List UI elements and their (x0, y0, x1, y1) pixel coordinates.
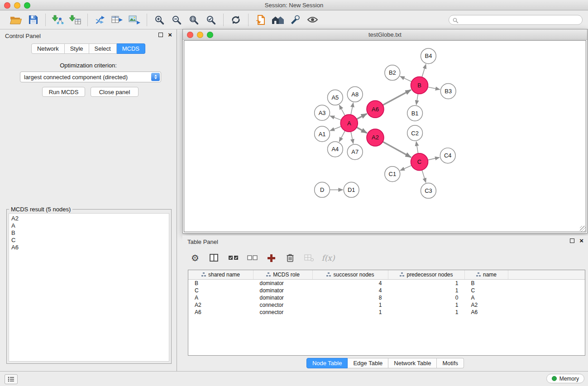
open-session-button[interactable] (253, 13, 268, 27)
graph-edge-B-B1[interactable] (416, 94, 418, 105)
graph-edge-B-B3[interactable] (428, 87, 440, 89)
table-row[interactable]: Cdominator41C (188, 287, 585, 294)
graph-node-A1[interactable]: A1 (315, 126, 330, 142)
control-tab-select[interactable]: Select (89, 43, 117, 54)
table-row[interactable]: Adominator80A (188, 294, 585, 301)
graph-edge-A-A1[interactable] (330, 126, 341, 131)
graph-edge-B-B4[interactable] (422, 64, 426, 77)
mcds-result-item[interactable]: C (11, 237, 167, 244)
table-row[interactable]: A6connector11A6 (188, 309, 585, 316)
control-tab-network[interactable]: Network (31, 43, 65, 54)
table-mode-button[interactable]: ⚙ (188, 251, 202, 265)
import-table-button[interactable] (68, 13, 82, 27)
mcds-result-item[interactable]: A2 (11, 215, 167, 222)
graph-node-C[interactable]: C (411, 153, 428, 171)
close-panel-icon[interactable]: × (168, 32, 172, 38)
graph-edge-A-A4[interactable] (339, 131, 345, 142)
save-session-button[interactable] (26, 13, 40, 27)
show-panels-button[interactable] (5, 374, 18, 384)
column-header-predecessor-nodes[interactable]: predecessor nodes (388, 270, 465, 280)
graph-node-A4[interactable]: A4 (328, 142, 343, 157)
column-header-MCDS-role[interactable]: MCDS role (253, 270, 313, 280)
graph-node-A8[interactable]: A8 (347, 87, 363, 102)
graph-node-A5[interactable]: A5 (328, 90, 343, 105)
delete-columns-button[interactable] (283, 251, 297, 265)
table-tab-edge-table[interactable]: Edge Table (348, 358, 388, 368)
zoom-in-button[interactable] (152, 13, 167, 27)
criterion-dropdown[interactable]: largest connected component (directed) (20, 71, 161, 82)
graph-node-D[interactable]: D (315, 182, 330, 198)
minimize-window-button[interactable] (14, 2, 20, 9)
float-panel-icon[interactable] (158, 33, 163, 37)
app-titlebar[interactable]: Session: New Session (0, 0, 588, 10)
graph-node-A3[interactable]: A3 (315, 105, 330, 120)
graph-node-B[interactable]: B (411, 77, 428, 94)
graph-edge-A2-C[interactable] (383, 142, 411, 157)
show-hide-button[interactable] (305, 13, 320, 27)
deselect-all-rows-button[interactable] (245, 251, 259, 265)
control-panel-header[interactable]: Control Panel × (0, 29, 177, 41)
graph-node-C1[interactable]: C1 (385, 167, 400, 182)
table-tab-node-table[interactable]: Node Table (306, 358, 348, 368)
table-row[interactable]: A2connector11A2 (188, 301, 585, 309)
graph-node-C2[interactable]: C2 (407, 125, 423, 141)
table-tab-motifs[interactable]: Motifs (437, 358, 464, 368)
close-table-panel-icon[interactable]: × (579, 238, 583, 243)
graph-node-A7[interactable]: A7 (347, 144, 363, 160)
control-tab-mcds[interactable]: MCDS (117, 43, 145, 54)
graph-node-B3[interactable]: B3 (440, 84, 456, 99)
graph-node-B2[interactable]: B2 (385, 65, 400, 81)
graph-edge-A-A2[interactable] (357, 127, 367, 133)
apply-layout-button[interactable] (229, 13, 243, 27)
mcds-result-list[interactable]: A2ABCA6 (9, 213, 169, 362)
graph-node-B1[interactable]: B1 (407, 105, 423, 121)
memory-button[interactable]: Memory (546, 374, 584, 383)
open-file-button[interactable] (9, 13, 23, 27)
mcds-result-item[interactable]: A (11, 222, 167, 229)
zoom-selected-button[interactable] (204, 13, 218, 27)
show-columns-button[interactable] (207, 251, 221, 265)
export-image-button[interactable] (127, 13, 142, 27)
graph-node-A[interactable]: A (340, 114, 358, 132)
minimize-network-window-button[interactable] (197, 32, 203, 38)
control-tab-style[interactable]: Style (65, 43, 89, 54)
column-header-shared-name[interactable]: shared name (188, 270, 253, 280)
column-header-name[interactable]: name (465, 270, 508, 280)
graph-node-A2[interactable]: A2 (367, 129, 384, 146)
network-overview-button[interactable] (271, 13, 285, 27)
graph-edge-A-A7[interactable] (351, 132, 353, 144)
graph-node-C4[interactable]: C4 (440, 148, 455, 163)
export-network-button[interactable] (93, 13, 107, 27)
graph-edge-C-C4[interactable] (428, 157, 440, 160)
zoom-fit-button[interactable] (186, 13, 201, 27)
search-input[interactable] (449, 15, 583, 25)
column-header-successor-nodes[interactable]: successor nodes (313, 270, 388, 280)
run-mcds-button[interactable]: Run MCDS (42, 87, 85, 97)
graph-edge-C-C1[interactable] (400, 165, 411, 170)
table-tab-network-table[interactable]: Network Table (388, 358, 437, 368)
table-panel-header[interactable]: Table Panel × (182, 235, 588, 247)
close-network-window-button[interactable] (187, 32, 193, 38)
zoom-out-button[interactable] (169, 13, 184, 27)
close-window-button[interactable] (4, 2, 10, 9)
create-column-button[interactable] (264, 251, 278, 265)
graph-edge-B-B2[interactable] (400, 76, 411, 82)
export-table-button[interactable] (110, 13, 124, 27)
table-row[interactable]: Bdominator41B (188, 280, 585, 287)
close-panel-button[interactable]: Close panel (91, 87, 139, 97)
graph-edge-A-A5[interactable] (339, 105, 345, 115)
select-all-rows-button[interactable] (226, 251, 240, 265)
window-resize-grip[interactable] (580, 226, 586, 232)
network-canvas[interactable]: B4B2BB3A5A8A6B1A3AC2A1A2A4A7C4CC1C3DD1 (184, 40, 586, 232)
graph-edge-A-A8[interactable] (351, 103, 353, 115)
graph-node-B4[interactable]: B4 (421, 48, 436, 64)
float-table-panel-icon[interactable] (570, 238, 574, 243)
graph-node-A6[interactable]: A6 (367, 100, 384, 118)
graph-node-C3[interactable]: C3 (421, 183, 436, 199)
graph-edge-C-C3[interactable] (422, 170, 426, 183)
mcds-result-item[interactable]: B (11, 229, 167, 237)
graph-edge-C-C2[interactable] (416, 142, 418, 153)
graphics-details-button[interactable] (288, 13, 302, 27)
graph-node-D1[interactable]: D1 (344, 182, 359, 198)
network-window-titlebar[interactable]: testGlobe.txt (183, 29, 587, 40)
